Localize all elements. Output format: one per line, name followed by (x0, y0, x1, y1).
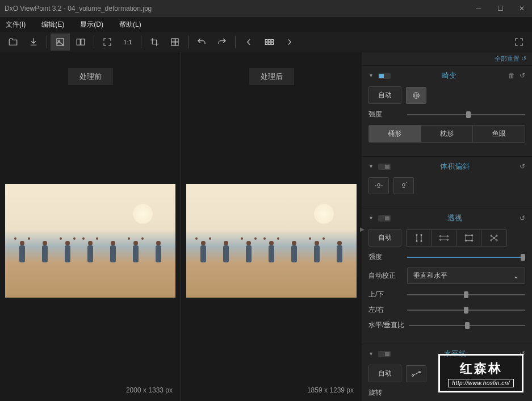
crop-icon[interactable] (145, 34, 164, 51)
single-view-icon[interactable] (51, 34, 70, 51)
horizon-auto-button[interactable]: 自动 (368, 365, 401, 382)
prev-icon[interactable] (239, 34, 258, 51)
before-dimensions: 2000 x 1333 px (126, 386, 173, 394)
open-icon[interactable] (3, 34, 23, 51)
trash-icon[interactable]: 🗑 (508, 72, 515, 80)
distortion-toggle[interactable] (378, 73, 391, 79)
autocorrect-label: 自动校正 (368, 271, 403, 281)
after-label: 处理后 (249, 68, 294, 85)
after-pane: 处理后 1859 x 1239 px (181, 52, 362, 401)
watermark: 红森林 http://www.hoslin.cn/ (438, 354, 523, 392)
svg-point-19 (447, 235, 448, 236)
collapse-icon[interactable]: ▼ (368, 215, 374, 221)
menu-help[interactable]: 帮助(L) (119, 20, 141, 30)
leftright-slider[interactable] (407, 306, 525, 315)
svg-rect-5 (265, 39, 267, 41)
svg-rect-3 (81, 39, 85, 45)
redo-icon[interactable] (212, 34, 232, 51)
after-dimensions: 1859 x 1239 px (307, 386, 354, 394)
updown-label: 上/下 (368, 290, 403, 299)
undo-icon[interactable] (192, 34, 211, 51)
intensity-label: 强度 (368, 252, 403, 262)
close-button[interactable]: ✕ (516, 5, 527, 12)
fullscreen-icon[interactable] (509, 34, 529, 51)
section-perspective: ▼ 透视 ↺ 自动 强度 自动校正 垂直和水平⌄ (362, 208, 532, 344)
save-icon[interactable] (24, 34, 43, 51)
window-title: DxO ViewPoint 3.2 - 04_volume_deformatio… (5, 5, 473, 12)
svg-point-18 (439, 235, 441, 236)
minimize-button[interactable]: ─ (473, 5, 484, 12)
svg-rect-22 (466, 235, 472, 241)
before-image[interactable] (5, 184, 175, 298)
volume-horizontal-button[interactable] (368, 177, 389, 194)
undo-icon[interactable]: ↺ (520, 214, 525, 222)
svg-rect-4 (171, 39, 178, 45)
menu-view[interactable]: 显示(D) (80, 20, 103, 30)
menubar: 文件(I) 编辑(E) 显示(D) 帮助(L) (0, 17, 532, 32)
reset-all-button[interactable]: 全部重置 (495, 55, 520, 62)
titlebar: DxO ViewPoint 3.2 - 04_volume_deformatio… (0, 0, 532, 17)
distortion-manual-button[interactable] (406, 87, 426, 104)
intensity-label: 强度 (368, 110, 403, 119)
perspective-title: 透视 (395, 213, 515, 223)
chevron-down-icon: ⌄ (513, 272, 519, 280)
svg-point-32 (412, 374, 414, 376)
volume-title: 体积偏斜 (395, 161, 515, 172)
perspective-toggle[interactable] (378, 215, 391, 222)
before-pane: 处理前 2000 x 1333 px (0, 52, 181, 401)
horizontal-tool-icon[interactable] (432, 230, 456, 246)
section-volume: ▼ 体积偏斜 ↺ (362, 157, 532, 208)
horizon-tool-button[interactable] (406, 365, 426, 382)
svg-rect-6 (269, 39, 271, 41)
undo-icon[interactable]: ↺ (520, 72, 525, 80)
ratio-label: 水平/垂直比 (368, 320, 404, 330)
rectangle-tool-icon[interactable] (456, 230, 481, 246)
image-viewer: 处理前 2000 x 1333 px 处理后 1859 x 1239 px (0, 52, 362, 401)
svg-rect-10 (271, 42, 274, 44)
fisheye-button[interactable]: 鱼眼 (473, 126, 525, 142)
autocorrect-select[interactable]: 垂直和水平⌄ (407, 268, 525, 284)
svg-rect-9 (269, 42, 271, 44)
distortion-auto-button[interactable]: 自动 (368, 86, 401, 104)
svg-rect-2 (77, 39, 80, 45)
reset-icon[interactable]: ↺ (521, 55, 526, 62)
svg-point-13 (403, 183, 405, 186)
leftright-label: 左/右 (368, 305, 403, 315)
svg-point-12 (378, 183, 380, 186)
after-image[interactable] (186, 184, 357, 298)
maximize-button[interactable]: ☐ (495, 5, 506, 12)
rotation-label: 旋转 (368, 388, 403, 398)
collapse-icon[interactable]: ▼ (368, 73, 374, 78)
eight-point-tool-icon[interactable] (481, 230, 506, 246)
fit-icon[interactable] (98, 34, 117, 51)
ratio-slider[interactable] (409, 321, 525, 330)
vertical-tool-icon[interactable] (407, 230, 432, 246)
collapse-icon[interactable]: ▼ (368, 351, 374, 357)
zoom-1to1-button[interactable]: 1:1 (118, 34, 137, 51)
svg-rect-7 (271, 39, 274, 41)
volume-diagonal-button[interactable] (393, 177, 414, 194)
side-panel: 全部重置 ↺ ▼ 畸变 🗑↺ 自动 强度 桶形 枕形 鱼眼 (362, 52, 532, 401)
distortion-intensity-slider[interactable] (407, 110, 525, 119)
toolbar: 1:1 (0, 32, 532, 52)
panel-collapse-icon[interactable]: ▶ (360, 226, 365, 232)
next-icon[interactable] (280, 34, 299, 51)
distortion-type-segment: 桶形 枕形 鱼眼 (368, 125, 525, 143)
grid-icon[interactable] (165, 34, 185, 51)
thumbnails-icon[interactable] (259, 34, 279, 51)
perspective-auto-button[interactable]: 自动 (368, 229, 401, 247)
updown-slider[interactable] (407, 290, 525, 299)
volume-toggle[interactable] (378, 164, 391, 170)
undo-icon[interactable]: ↺ (520, 162, 525, 170)
collapse-icon[interactable]: ▼ (368, 164, 374, 169)
horizon-toggle[interactable] (378, 351, 391, 357)
perspective-intensity-slider[interactable] (407, 253, 525, 262)
pincushion-button[interactable]: 枕形 (421, 126, 474, 142)
menu-edit[interactable]: 编辑(E) (41, 20, 64, 30)
barrel-button[interactable]: 桶形 (369, 126, 421, 142)
svg-point-21 (447, 239, 448, 240)
compare-view-icon[interactable] (71, 34, 90, 51)
menu-file[interactable]: 文件(I) (6, 20, 26, 30)
distortion-title: 畸变 (395, 70, 504, 81)
section-distortion: ▼ 畸变 🗑↺ 自动 强度 桶形 枕形 鱼眼 (362, 66, 532, 157)
